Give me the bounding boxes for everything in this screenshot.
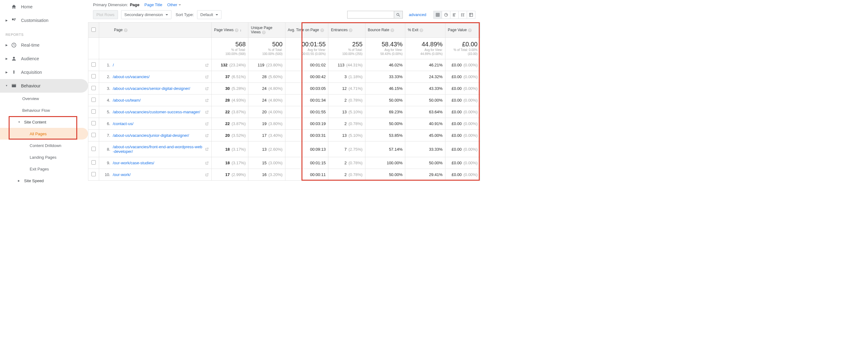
view-pivot-button[interactable] <box>467 11 475 19</box>
sort-type-button[interactable]: Default <box>197 10 221 19</box>
help-icon[interactable]: ? <box>262 31 266 34</box>
col-exit-label: % Exit <box>408 28 418 32</box>
help-icon[interactable]: ? <box>349 28 352 32</box>
view-pie-button[interactable] <box>442 11 451 19</box>
page-link[interactable]: /about-us/vacancies/senior-digital-desig… <box>113 86 203 91</box>
help-icon[interactable]: ? <box>420 28 423 32</box>
row-checkbox[interactable] <box>91 62 96 67</box>
row-checkbox[interactable] <box>91 86 96 90</box>
open-external-icon[interactable] <box>205 173 209 177</box>
col-unique[interactable]: Unique Page Views? <box>248 23 285 38</box>
col-exit[interactable]: % Exit? <box>405 23 445 38</box>
row-checkbox[interactable] <box>91 98 96 102</box>
cell-bounce: 69.23% <box>365 106 405 118</box>
cell-exit: 43.33% <box>405 83 445 94</box>
select-all-checkbox[interactable] <box>91 28 96 32</box>
nav-customisation[interactable]: ▶ Customisation <box>0 13 88 27</box>
row-checkbox[interactable] <box>91 109 96 114</box>
sub-content-drilldown[interactable]: Content Drilldown <box>0 139 88 151</box>
sub-site-search[interactable]: ▶ Site Search <box>0 187 88 190</box>
sort-desc-icon: ↓ <box>240 28 242 32</box>
row-index: 4. <box>102 98 110 102</box>
row-checkbox[interactable] <box>91 147 96 151</box>
page-link[interactable]: /about-us/team/ <box>113 98 203 102</box>
page-cell: 5./about-us/vacancies/customer-success-m… <box>99 106 211 118</box>
dim-other[interactable]: Other <box>167 2 181 7</box>
view-bar-button[interactable] <box>450 11 459 19</box>
view-comparison-button[interactable] <box>458 11 467 19</box>
row-select <box>88 118 99 130</box>
col-entrances-label: Entrances <box>331 28 347 32</box>
sub-site-speed[interactable]: ▶ Site Speed <box>0 175 88 187</box>
search-button[interactable] <box>394 11 402 18</box>
total-unique: 500% of Total:100.00% (500) <box>248 38 285 59</box>
nav-behaviour[interactable]: ▾ Behaviour <box>0 79 88 93</box>
col-avgtime[interactable]: Avg. Time on Page? <box>285 23 328 38</box>
nav-acquisition[interactable]: ▶ Acquisition <box>0 65 88 79</box>
open-external-icon[interactable] <box>205 63 209 67</box>
acquisition-icon <box>10 69 17 76</box>
view-table-button[interactable] <box>433 11 442 19</box>
col-select <box>88 23 99 38</box>
page-link[interactable]: /our-work/case-studies/ <box>113 161 203 165</box>
col-value[interactable]: Page Value? <box>445 23 480 38</box>
row-checkbox[interactable] <box>91 160 96 165</box>
open-external-icon[interactable] <box>205 147 209 151</box>
svg-rect-6 <box>12 84 16 85</box>
help-icon[interactable]: ? <box>391 28 394 32</box>
cell-exit: 50.00% <box>405 94 445 106</box>
cell-entrances: 3(1.18%) <box>328 71 365 83</box>
cell-avgtime: 00:03:05 <box>285 83 328 94</box>
cell-pageviews: 17(2.99%) <box>211 169 248 181</box>
row-checkbox[interactable] <box>91 172 96 176</box>
cell-value: £0.00(0.00%) <box>445 142 480 157</box>
open-external-icon[interactable] <box>205 98 209 102</box>
secondary-dimension-button[interactable]: Secondary dimension <box>121 10 172 19</box>
sub-site-content[interactable]: ▼ Site Content <box>0 116 88 128</box>
page-link[interactable]: /contact-us/ <box>113 121 203 126</box>
page-link[interactable]: /about-us/vacancies/customer-success-man… <box>113 110 203 114</box>
open-external-icon[interactable] <box>205 110 209 114</box>
col-pageviews[interactable]: Page Views?↓ <box>211 23 248 38</box>
help-icon[interactable]: ? <box>320 28 324 32</box>
search-input[interactable] <box>347 11 394 18</box>
sub-overview[interactable]: Overview <box>0 93 88 104</box>
col-entrances[interactable]: Entrances? <box>328 23 365 38</box>
page-link[interactable]: /about-us/vacancies/junior-digital-desig… <box>113 133 203 138</box>
caret-icon: ▶ <box>5 71 8 74</box>
help-icon[interactable]: ? <box>468 28 472 32</box>
sub-all-pages[interactable]: All Pages <box>0 128 88 139</box>
cell-exit: 46.21% <box>405 59 445 71</box>
page-link[interactable]: / <box>113 63 203 67</box>
open-external-icon[interactable] <box>205 87 209 91</box>
sub-exit-pages[interactable]: Exit Pages <box>0 163 88 175</box>
nav-audience[interactable]: ▶ Audience <box>0 52 88 65</box>
advanced-link[interactable]: advanced <box>409 12 426 17</box>
total-value: £0.00% of Total: 0.00%(£0.00) <box>445 38 480 59</box>
row-index: 5. <box>102 110 110 114</box>
nav-home[interactable]: Home <box>0 0 88 13</box>
col-page-label: Page <box>114 28 123 32</box>
row-checkbox[interactable] <box>91 121 96 125</box>
open-external-icon[interactable] <box>205 161 209 165</box>
row-checkbox[interactable] <box>91 74 96 79</box>
help-icon[interactable]: ? <box>235 28 239 32</box>
page-link[interactable]: /about-us/vacancies/front-end-and-wordpr… <box>113 145 203 154</box>
open-external-icon[interactable] <box>205 75 209 79</box>
page-link[interactable]: /about-us/vacancies/ <box>113 74 203 79</box>
open-external-icon[interactable] <box>205 122 209 126</box>
col-page[interactable]: Page? <box>99 23 211 38</box>
sub-landing-pages[interactable]: Landing Pages <box>0 151 88 163</box>
dim-page-title[interactable]: Page Title <box>145 2 162 7</box>
nav-realtime[interactable]: ▶ Real-time <box>0 38 88 52</box>
cell-avgtime: 00:00:42 <box>285 71 328 83</box>
sub-behaviour-flow[interactable]: Behaviour Flow <box>0 104 88 116</box>
behaviour-subnav: Overview Behaviour Flow ▼ Site Content A… <box>0 93 88 190</box>
col-bounce[interactable]: Bounce Rate? <box>365 23 405 38</box>
help-icon[interactable]: ? <box>124 28 128 32</box>
cell-exit: 29.41% <box>405 169 445 181</box>
open-external-icon[interactable] <box>205 134 209 137</box>
dim-page[interactable]: Page <box>130 2 139 7</box>
page-link[interactable]: /our-work/ <box>113 172 203 177</box>
row-checkbox[interactable] <box>91 133 96 137</box>
